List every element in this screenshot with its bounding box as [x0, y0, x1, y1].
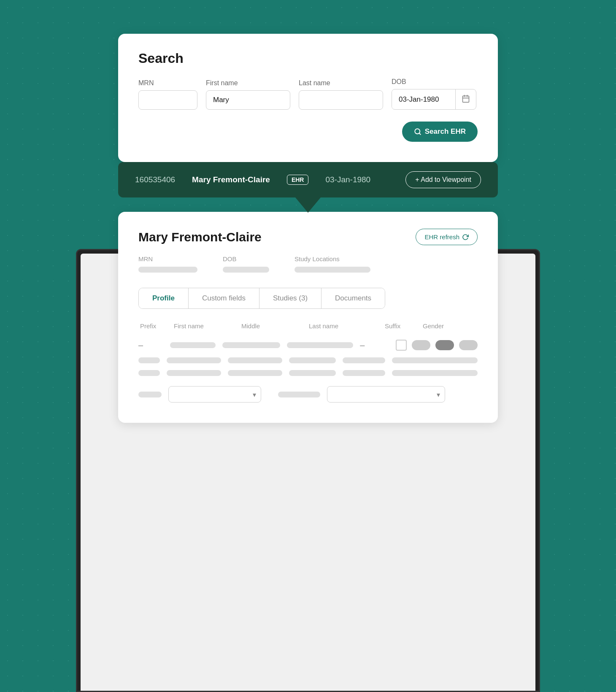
row2-sk2: [167, 357, 221, 363]
tab-profile-label: Profile: [152, 294, 175, 302]
header-suffix: Suffix: [385, 322, 414, 330]
search-ehr-label: Search EHR: [425, 127, 466, 136]
dob-wrapper: [392, 89, 476, 110]
dropdown-row: [138, 386, 478, 403]
study-locations-skeleton: [294, 267, 370, 273]
calendar-icon-button[interactable]: [455, 89, 476, 109]
profile-row-2: [138, 357, 478, 363]
row2-sk3: [228, 357, 282, 363]
mrn-label: MRN: [138, 79, 197, 87]
mrn-meta-group: MRN: [138, 255, 197, 273]
mrn-skeleton: [138, 267, 197, 273]
lastname-input[interactable]: [299, 90, 383, 110]
search-card: Search MRN First name Last name DOB: [118, 34, 498, 162]
row2-sk1: [138, 357, 160, 363]
row3-sk4: [289, 370, 336, 376]
suffix-value: –: [360, 341, 389, 350]
lastname-label: Last name: [299, 79, 383, 87]
row3-sk5: [343, 370, 385, 376]
lastname-skeleton: [287, 342, 353, 348]
gender-checkbox-1[interactable]: [396, 340, 407, 351]
dob-skeleton: [223, 267, 269, 273]
header-firstname: First name: [174, 322, 233, 330]
ehr-refresh-label: EHR refresh: [424, 233, 459, 241]
tab-profile[interactable]: Profile: [139, 288, 189, 308]
row2-sk5: [343, 357, 385, 363]
dob-meta-label: DOB: [223, 255, 269, 262]
profile-row-1: – –: [138, 340, 478, 351]
tab-custom-fields-label: Custom fields: [202, 294, 246, 302]
study-locations-meta-label: Study Locations: [294, 255, 370, 262]
header-lastname: Last name: [309, 322, 376, 330]
header-gender: Gender: [423, 322, 478, 330]
search-ehr-button[interactable]: Search EHR: [402, 122, 478, 142]
dropdown-2-wrapper: [327, 386, 445, 403]
form-headers: Prefix First name Middle Last name Suffi…: [138, 322, 478, 330]
add-to-viewpoint-button[interactable]: + Add to Viewpoint: [405, 171, 481, 188]
search-fields: MRN First name Last name DOB: [138, 78, 478, 110]
dropdown-sk1: [138, 392, 162, 397]
svg-line-5: [419, 133, 420, 134]
result-mrn: 160535406: [135, 175, 175, 184]
firstname-input[interactable]: [206, 90, 290, 110]
dropdown-1[interactable]: [168, 386, 261, 403]
row3-sk3: [228, 370, 282, 376]
row3-sk1: [138, 370, 160, 376]
mrn-input[interactable]: [138, 90, 197, 110]
dropdown-2[interactable]: [327, 386, 445, 403]
lastname-field-group: Last name: [299, 79, 383, 110]
header-middle: Middle: [241, 322, 300, 330]
tab-documents[interactable]: Documents: [322, 288, 385, 308]
tab-documents-label: Documents: [335, 294, 371, 302]
result-dob: 03-Jan-1980: [325, 175, 370, 184]
row3-sk6: [392, 370, 478, 376]
gender-group: [396, 340, 478, 351]
patient-meta: MRN DOB Study Locations: [138, 255, 478, 273]
header-prefix: Prefix: [140, 322, 165, 330]
dob-input[interactable]: [392, 90, 455, 109]
firstname-label: First name: [206, 79, 290, 87]
tab-studies-label: Studies (3): [273, 294, 308, 302]
gender-toggle-2[interactable]: [435, 340, 454, 350]
mrn-meta-label: MRN: [138, 255, 197, 262]
result-name: Mary Fremont-Claire: [192, 175, 270, 184]
dob-field-group: DOB: [392, 78, 476, 110]
result-arrow: [295, 197, 321, 213]
ehr-badge: EHR: [287, 175, 309, 185]
gender-toggle-1[interactable]: [412, 340, 430, 350]
profile-form: Prefix First name Middle Last name Suffi…: [138, 322, 478, 403]
dropdown-sk2: [278, 392, 320, 397]
content-wrapper: Search MRN First name Last name DOB: [118, 34, 498, 423]
row2-sk6: [392, 357, 478, 363]
search-title: Search: [138, 51, 478, 66]
tabs-row: Profile Custom fields Studies (3) Docume…: [138, 288, 385, 309]
patient-name: Mary Fremont-Claire: [138, 230, 262, 244]
gender-toggle-3[interactable]: [459, 340, 478, 350]
firstname-field-group: First name: [206, 79, 290, 110]
row2-sk4: [289, 357, 336, 363]
result-row: 160535406 Mary Fremont-Claire EHR 03-Jan…: [118, 162, 498, 197]
dob-meta-group: DOB: [223, 255, 269, 273]
svg-rect-0: [463, 96, 469, 102]
row3-sk2: [167, 370, 221, 376]
search-actions: Search EHR: [138, 122, 478, 142]
middle-skeleton: [222, 342, 280, 348]
patient-card: Mary Fremont-Claire EHR refresh MRN DOB …: [118, 212, 498, 423]
study-locations-meta-group: Study Locations: [294, 255, 370, 273]
firstname-skeleton: [170, 342, 216, 348]
dropdown-1-wrapper: [168, 386, 261, 403]
profile-row-3: [138, 370, 478, 376]
mrn-field-group: MRN: [138, 79, 197, 110]
prefix-value: –: [138, 341, 163, 350]
patient-header: Mary Fremont-Claire EHR refresh: [138, 229, 478, 245]
ehr-refresh-button[interactable]: EHR refresh: [416, 229, 478, 245]
add-viewpoint-label: + Add to Viewpoint: [415, 176, 471, 184]
dob-label: DOB: [392, 78, 476, 86]
tab-custom-fields[interactable]: Custom fields: [189, 288, 259, 308]
tab-studies[interactable]: Studies (3): [259, 288, 322, 308]
